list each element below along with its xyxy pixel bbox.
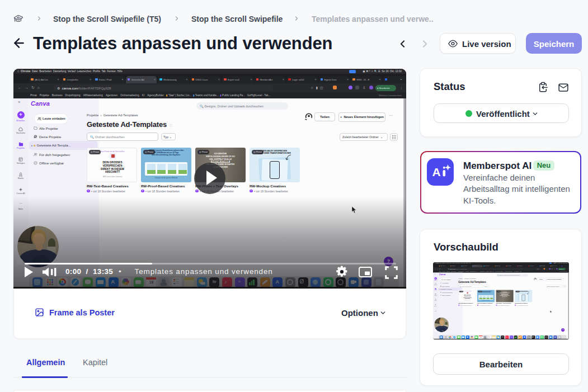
- svg-text:A: A: [432, 166, 440, 178]
